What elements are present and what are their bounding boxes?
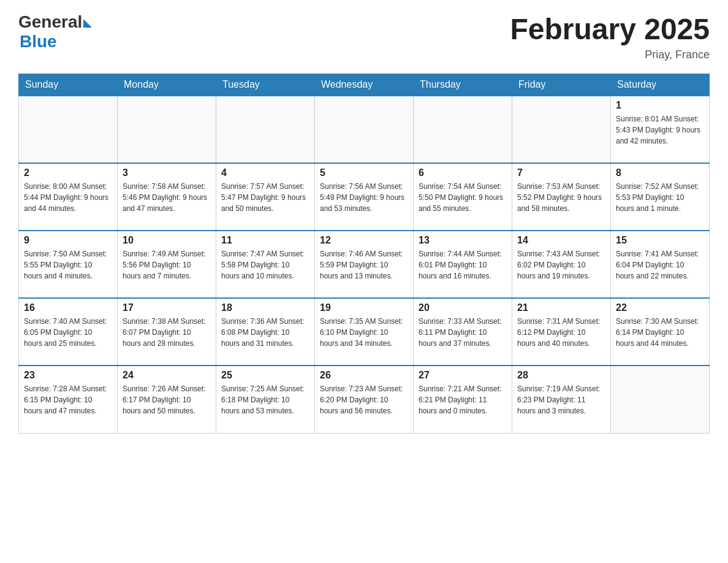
calendar-cell: 20Sunrise: 7:33 AM Sunset: 6:11 PM Dayli… (414, 298, 512, 366)
day-number: 24 (123, 370, 211, 381)
day-info: Sunrise: 7:46 AM Sunset: 5:59 PM Dayligh… (320, 248, 408, 282)
calendar-cell: 23Sunrise: 7:28 AM Sunset: 6:15 PM Dayli… (19, 366, 118, 433)
day-info: Sunrise: 8:00 AM Sunset: 5:44 PM Dayligh… (24, 181, 112, 214)
calendar-cell (118, 96, 216, 163)
day-number: 14 (517, 235, 605, 246)
day-info: Sunrise: 7:44 AM Sunset: 6:01 PM Dayligh… (419, 248, 507, 282)
calendar-cell: 17Sunrise: 7:38 AM Sunset: 6:07 PM Dayli… (118, 298, 216, 366)
day-number: 9 (24, 235, 112, 246)
day-number: 26 (320, 370, 408, 381)
location-label: Priay, France (510, 48, 710, 61)
day-number: 20 (419, 302, 507, 313)
day-info: Sunrise: 7:31 AM Sunset: 6:12 PM Dayligh… (517, 316, 605, 349)
day-info: Sunrise: 7:36 AM Sunset: 6:08 PM Dayligh… (221, 316, 309, 349)
calendar-cell: 26Sunrise: 7:23 AM Sunset: 6:20 PM Dayli… (315, 366, 414, 433)
day-info: Sunrise: 7:28 AM Sunset: 6:15 PM Dayligh… (24, 383, 112, 416)
col-monday: Monday (118, 74, 216, 96)
title-section: February 2025 Priay, France (510, 12, 710, 61)
week-row-3: 9Sunrise: 7:50 AM Sunset: 5:55 PM Daylig… (19, 231, 710, 298)
calendar-cell: 15Sunrise: 7:41 AM Sunset: 6:04 PM Dayli… (611, 231, 710, 298)
month-title: February 2025 (510, 12, 710, 46)
calendar-cell: 7Sunrise: 7:53 AM Sunset: 5:52 PM Daylig… (512, 163, 611, 231)
logo-blue-text: Blue (20, 32, 92, 52)
day-number: 28 (517, 370, 605, 381)
calendar-cell: 16Sunrise: 7:40 AM Sunset: 6:05 PM Dayli… (19, 298, 118, 366)
day-number: 11 (221, 235, 309, 246)
calendar-cell (611, 366, 710, 433)
day-number: 19 (320, 302, 408, 313)
calendar-cell: 2Sunrise: 8:00 AM Sunset: 5:44 PM Daylig… (19, 163, 118, 231)
day-number: 18 (221, 302, 309, 313)
week-row-2: 2Sunrise: 8:00 AM Sunset: 5:44 PM Daylig… (19, 163, 710, 231)
day-number: 7 (517, 167, 605, 178)
week-row-4: 16Sunrise: 7:40 AM Sunset: 6:05 PM Dayli… (19, 298, 710, 366)
day-number: 27 (419, 370, 507, 381)
day-info: Sunrise: 7:41 AM Sunset: 6:04 PM Dayligh… (616, 248, 704, 282)
calendar-cell: 14Sunrise: 7:43 AM Sunset: 6:02 PM Dayli… (512, 231, 611, 298)
day-info: Sunrise: 7:21 AM Sunset: 6:21 PM Dayligh… (419, 383, 507, 416)
calendar-cell: 13Sunrise: 7:44 AM Sunset: 6:01 PM Dayli… (414, 231, 512, 298)
day-info: Sunrise: 7:26 AM Sunset: 6:17 PM Dayligh… (123, 383, 211, 416)
calendar-cell: 9Sunrise: 7:50 AM Sunset: 5:55 PM Daylig… (19, 231, 118, 298)
day-info: Sunrise: 7:43 AM Sunset: 6:02 PM Dayligh… (517, 248, 605, 282)
day-number: 3 (123, 167, 211, 178)
day-number: 23 (24, 370, 112, 381)
calendar-cell: 8Sunrise: 7:52 AM Sunset: 5:53 PM Daylig… (611, 163, 710, 231)
col-saturday: Saturday (611, 74, 710, 96)
week-row-1: 1Sunrise: 8:01 AM Sunset: 5:43 PM Daylig… (19, 96, 710, 163)
col-sunday: Sunday (19, 74, 118, 96)
page-header: General Blue February 2025 Priay, France (18, 12, 710, 61)
day-info: Sunrise: 7:49 AM Sunset: 5:56 PM Dayligh… (123, 248, 211, 282)
calendar-cell: 11Sunrise: 7:47 AM Sunset: 5:58 PM Dayli… (216, 231, 315, 298)
logo-arrow-icon (83, 19, 92, 28)
day-info: Sunrise: 7:47 AM Sunset: 5:58 PM Dayligh… (221, 248, 309, 282)
day-number: 21 (517, 302, 605, 313)
day-number: 2 (24, 167, 112, 178)
col-wednesday: Wednesday (315, 74, 414, 96)
logo-general-text: General (18, 12, 82, 32)
calendar-cell: 25Sunrise: 7:25 AM Sunset: 6:18 PM Dayli… (216, 366, 315, 433)
day-info: Sunrise: 7:58 AM Sunset: 5:46 PM Dayligh… (123, 181, 211, 214)
day-info: Sunrise: 7:23 AM Sunset: 6:20 PM Dayligh… (320, 383, 408, 416)
day-info: Sunrise: 7:33 AM Sunset: 6:11 PM Dayligh… (419, 316, 507, 349)
calendar-cell (512, 96, 611, 163)
day-number: 25 (221, 370, 309, 381)
col-friday: Friday (512, 74, 611, 96)
calendar-cell: 22Sunrise: 7:30 AM Sunset: 6:14 PM Dayli… (611, 298, 710, 366)
day-number: 6 (419, 167, 507, 178)
day-info: Sunrise: 7:50 AM Sunset: 5:55 PM Dayligh… (24, 248, 112, 282)
day-info: Sunrise: 7:56 AM Sunset: 5:49 PM Dayligh… (320, 181, 408, 214)
calendar-cell: 21Sunrise: 7:31 AM Sunset: 6:12 PM Dayli… (512, 298, 611, 366)
day-info: Sunrise: 7:54 AM Sunset: 5:50 PM Dayligh… (419, 181, 507, 214)
calendar-cell (315, 96, 414, 163)
calendar-cell: 19Sunrise: 7:35 AM Sunset: 6:10 PM Dayli… (315, 298, 414, 366)
calendar-cell: 28Sunrise: 7:19 AM Sunset: 6:23 PM Dayli… (512, 366, 611, 433)
day-number: 13 (419, 235, 507, 246)
logo: General Blue (18, 12, 92, 52)
day-number: 8 (616, 167, 704, 178)
day-number: 16 (24, 302, 112, 313)
calendar-cell: 3Sunrise: 7:58 AM Sunset: 5:46 PM Daylig… (118, 163, 216, 231)
calendar-cell: 10Sunrise: 7:49 AM Sunset: 5:56 PM Dayli… (118, 231, 216, 298)
calendar-header-row: Sunday Monday Tuesday Wednesday Thursday… (19, 74, 710, 96)
calendar-cell (414, 96, 512, 163)
calendar-cell: 24Sunrise: 7:26 AM Sunset: 6:17 PM Dayli… (118, 366, 216, 433)
calendar-cell: 6Sunrise: 7:54 AM Sunset: 5:50 PM Daylig… (414, 163, 512, 231)
day-info: Sunrise: 7:40 AM Sunset: 6:05 PM Dayligh… (24, 316, 112, 349)
day-info: Sunrise: 7:57 AM Sunset: 5:47 PM Dayligh… (221, 181, 309, 214)
day-number: 5 (320, 167, 408, 178)
calendar-table: Sunday Monday Tuesday Wednesday Thursday… (18, 74, 710, 434)
day-info: Sunrise: 7:19 AM Sunset: 6:23 PM Dayligh… (517, 383, 605, 416)
day-number: 12 (320, 235, 408, 246)
day-number: 15 (616, 235, 704, 246)
day-info: Sunrise: 8:01 AM Sunset: 5:43 PM Dayligh… (616, 113, 704, 147)
day-info: Sunrise: 7:25 AM Sunset: 6:18 PM Dayligh… (221, 383, 309, 416)
calendar-cell: 12Sunrise: 7:46 AM Sunset: 5:59 PM Dayli… (315, 231, 414, 298)
day-info: Sunrise: 7:35 AM Sunset: 6:10 PM Dayligh… (320, 316, 408, 349)
col-tuesday: Tuesday (216, 74, 315, 96)
col-thursday: Thursday (414, 74, 512, 96)
calendar-cell (216, 96, 315, 163)
day-info: Sunrise: 7:30 AM Sunset: 6:14 PM Dayligh… (616, 316, 704, 349)
day-number: 22 (616, 302, 704, 313)
day-number: 10 (123, 235, 211, 246)
